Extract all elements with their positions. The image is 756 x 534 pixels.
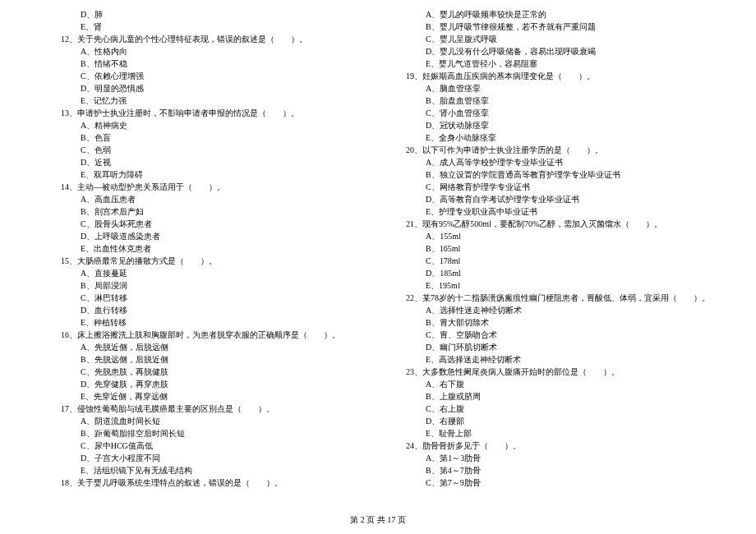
option-line: E、种植转移 bbox=[41, 316, 370, 329]
option-line: A、先脱近侧，后脱远侧 bbox=[41, 341, 370, 353]
option-line: A、右下腹 bbox=[386, 378, 715, 390]
option-line: D、185ml bbox=[386, 267, 715, 279]
option-line: A、阴道流血时间长短 bbox=[41, 415, 370, 427]
option-line: E、出血性休克患者 bbox=[41, 242, 370, 255]
option-line: C、婴儿呈腹式呼吸 bbox=[386, 33, 715, 45]
option-line: C、淋巴转移 bbox=[41, 292, 370, 304]
option-line: C、第7～9肋骨 bbox=[386, 476, 715, 489]
option-line: E、护理专业职业高中毕业证书 bbox=[386, 205, 715, 218]
question-line: 17、侵蚀性葡萄胎与绒毛膜癌最主要的区别点是（ ）。 bbox=[41, 403, 370, 415]
page-footer: 第 2 页 共 17 页 bbox=[0, 514, 756, 526]
option-line: A、高血压患者 bbox=[41, 193, 370, 205]
option-line: B、165ml bbox=[386, 242, 715, 255]
option-line: E、耻骨上部 bbox=[386, 427, 715, 440]
question-line: 19、妊娠期高血压疾病的基本病理变化是（ ）。 bbox=[386, 70, 715, 82]
option-line: A、婴儿的呼吸频率较快是正常的 bbox=[386, 8, 715, 21]
option-line: D、婴儿没有什么呼吸储备，容易出现呼吸衰竭 bbox=[386, 45, 715, 58]
option-line: A、性格内向 bbox=[41, 45, 370, 58]
option-line: E、先穿近侧，再穿远侧 bbox=[41, 390, 370, 403]
option-line: D、上呼吸道感染患者 bbox=[41, 230, 370, 242]
option-line: D、血行转移 bbox=[41, 304, 370, 316]
option-line: B、婴儿呼吸节律很规整，若不齐就有严重问题 bbox=[386, 21, 715, 33]
left-column: D、肺E、肾12、关于先心病儿童的个性心理特征表现，错误的叙述是（ ）。A、性格… bbox=[33, 8, 378, 489]
option-line: D、子宫大小程度不同 bbox=[41, 452, 370, 464]
option-line: D、右腰部 bbox=[386, 415, 715, 427]
question-line: 20、以下可作为申请护士执业注册学历的是（ ）。 bbox=[386, 144, 715, 156]
question-line: 23、大多数急性阑尾炎病人腹痛开始时的部位是（ ）。 bbox=[386, 366, 715, 378]
option-line: A、155ml bbox=[386, 230, 715, 242]
option-line: D、冠状动脉痉挛 bbox=[386, 119, 715, 131]
question-line: 14、主动—被动型护患关系适用于（ ）。 bbox=[41, 181, 370, 193]
option-line: D、先穿健肢，再穿患肢 bbox=[41, 378, 370, 390]
question-line: 15、大肠癌最常见的播散方式是（ ）。 bbox=[41, 255, 370, 267]
option-line: C、网络教育护理学专业证书 bbox=[386, 181, 715, 193]
option-line: C、胃、空肠吻合术 bbox=[386, 329, 715, 341]
option-line: B、剖宫术后产妇 bbox=[41, 205, 370, 218]
option-line: B、局部浸润 bbox=[41, 279, 370, 292]
option-line: A、脑血管痉挛 bbox=[386, 82, 715, 94]
option-line: B、独立设置的学院普通高等教育护理学专业毕业证书 bbox=[386, 168, 715, 181]
question-line: 22、某78岁的十二指肠溃疡瘢痕性幽门梗阻患者，胃酸低、体弱，宜采用（ ）。 bbox=[386, 292, 715, 304]
question-line: 18、关于婴儿呼吸系统生理特点的叙述，错误的是（ ）。 bbox=[41, 476, 370, 489]
option-line: B、上腹或脐周 bbox=[386, 390, 715, 403]
option-line: E、活组织镜下见有无绒毛结构 bbox=[41, 464, 370, 476]
option-line: B、胃大部切除术 bbox=[386, 316, 715, 329]
option-line: B、先脱远侧，后脱近侧 bbox=[41, 353, 370, 366]
option-line: E、195ml bbox=[386, 279, 715, 292]
option-line: A、精神病史 bbox=[41, 119, 370, 131]
option-line: C、肾小血管痉挛 bbox=[386, 107, 715, 119]
question-line: 13、申请护士执业注册时，不影响申请者申报的情况是（ ）。 bbox=[41, 107, 370, 119]
option-line: E、肾 bbox=[41, 21, 370, 33]
option-line: A、直接蔓延 bbox=[41, 267, 370, 279]
question-line: 24、肋骨骨折多见于（ ）。 bbox=[386, 440, 715, 452]
option-line: B、色盲 bbox=[41, 131, 370, 144]
option-line: E、记忆力强 bbox=[41, 94, 370, 107]
option-line: E、全身小动脉痉挛 bbox=[386, 131, 715, 144]
exam-page: D、肺E、肾12、关于先心病儿童的个性心理特征表现，错误的叙述是（ ）。A、性格… bbox=[0, 0, 756, 489]
option-line: D、近视 bbox=[41, 156, 370, 168]
question-line: 16、床上擦浴擦洗上肢和胸腹部时，为患者脱穿衣服的正确顺序是（ ）。 bbox=[41, 329, 370, 341]
right-column: A、婴儿的呼吸频率较快是正常的B、婴儿呼吸节律很规整，若不齐就有严重问题C、婴儿… bbox=[378, 8, 723, 489]
option-line: E、婴儿气道管径小，容易阻塞 bbox=[386, 58, 715, 70]
option-line: E、双耳听力障碍 bbox=[41, 168, 370, 181]
option-line: C、依赖心理增强 bbox=[41, 70, 370, 82]
option-line: A、选择性迷走神经切断术 bbox=[386, 304, 715, 316]
option-line: D、高等教育自学考试护理学专业毕业证书 bbox=[386, 193, 715, 205]
option-line: B、胎盘血管痉挛 bbox=[386, 94, 715, 107]
option-line: C、股骨头坏死患者 bbox=[41, 218, 370, 230]
option-line: D、明显的恐惧感 bbox=[41, 82, 370, 94]
question-line: 12、关于先心病儿童的个性心理特征表现，错误的叙述是（ ）。 bbox=[41, 33, 370, 45]
option-line: D、幽门环肌切断术 bbox=[386, 341, 715, 353]
option-line: A、成人高等学校护理学专业毕业证书 bbox=[386, 156, 715, 168]
option-line: B、距葡萄胎排空后时间长短 bbox=[41, 427, 370, 440]
option-line: B、第4～7肋骨 bbox=[386, 464, 715, 476]
option-line: C、尿中HCG值高低 bbox=[41, 440, 370, 452]
option-line: C、右上腹 bbox=[386, 403, 715, 415]
option-line: D、肺 bbox=[41, 8, 370, 21]
option-line: E、高选择迷走神经切断术 bbox=[386, 353, 715, 366]
option-line: C、178ml bbox=[386, 255, 715, 267]
question-line: 21、现有95%乙醇500ml，要配制70%乙醇，需加入灭菌馏水（ ）。 bbox=[386, 218, 715, 230]
option-line: A、第1～3肋骨 bbox=[386, 452, 715, 464]
option-line: C、先脱患肢，再脱健肢 bbox=[41, 366, 370, 378]
option-line: B、情绪不稳 bbox=[41, 58, 370, 70]
option-line: C、色弱 bbox=[41, 144, 370, 156]
